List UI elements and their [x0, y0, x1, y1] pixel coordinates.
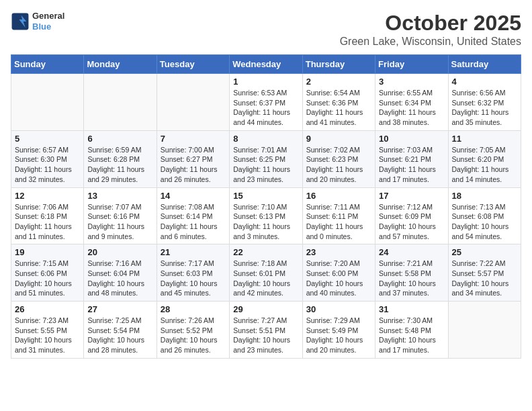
day-info: Sunrise: 7:18 AM Sunset: 6:01 PM Dayligh… [233, 259, 298, 298]
day-number: 5 [15, 134, 80, 144]
logo-text: General Blue [32, 11, 64, 32]
day-info: Sunrise: 7:05 AM Sunset: 6:20 PM Dayligh… [452, 145, 517, 185]
day-info: Sunrise: 7:30 AM Sunset: 5:48 PM Dayligh… [379, 316, 444, 355]
calendar-header-row: SundayMondayTuesdayWednesdayThursdayFrid… [11, 55, 521, 74]
calendar-cell [448, 302, 521, 359]
day-info: Sunrise: 7:02 AM Sunset: 6:23 PM Dayligh… [306, 145, 371, 185]
day-number: 18 [452, 191, 517, 201]
day-info: Sunrise: 7:07 AM Sunset: 6:16 PM Dayligh… [87, 202, 152, 242]
page-subtitle: Green Lake, Wisconsin, United States [340, 36, 521, 48]
calendar-cell: 15Sunrise: 7:10 AM Sunset: 6:13 PM Dayli… [230, 187, 302, 244]
day-info: Sunrise: 7:23 AM Sunset: 5:55 PM Dayligh… [15, 316, 80, 355]
calendar-cell: 14Sunrise: 7:08 AM Sunset: 6:14 PM Dayli… [157, 187, 229, 244]
calendar-cell: 23Sunrise: 7:20 AM Sunset: 6:00 PM Dayli… [302, 244, 375, 302]
day-number: 3 [379, 77, 444, 87]
day-number: 1 [233, 77, 298, 87]
day-number: 16 [306, 191, 371, 201]
calendar-cell: 18Sunrise: 7:13 AM Sunset: 6:08 PM Dayli… [448, 187, 521, 244]
day-info: Sunrise: 7:06 AM Sunset: 6:18 PM Dayligh… [15, 202, 80, 242]
day-info: Sunrise: 7:12 AM Sunset: 6:09 PM Dayligh… [379, 202, 444, 242]
day-info: Sunrise: 7:08 AM Sunset: 6:14 PM Dayligh… [161, 202, 226, 242]
day-info: Sunrise: 7:29 AM Sunset: 5:49 PM Dayligh… [306, 316, 371, 355]
day-number: 10 [379, 134, 444, 144]
calendar-cell: 16Sunrise: 7:11 AM Sunset: 6:11 PM Dayli… [302, 187, 375, 244]
calendar-cell [11, 74, 84, 131]
calendar-cell: 5Sunrise: 6:57 AM Sunset: 6:30 PM Daylig… [11, 130, 84, 187]
calendar-cell: 9Sunrise: 7:02 AM Sunset: 6:23 PM Daylig… [302, 130, 375, 187]
page-header: General Blue October 2025 Green Lake, Wi… [11, 11, 521, 48]
day-info: Sunrise: 7:10 AM Sunset: 6:13 PM Dayligh… [233, 202, 298, 242]
weekday-header: Wednesday [230, 55, 302, 74]
calendar-cell [84, 74, 157, 131]
calendar-cell: 13Sunrise: 7:07 AM Sunset: 6:16 PM Dayli… [84, 187, 157, 244]
day-info: Sunrise: 6:57 AM Sunset: 6:30 PM Dayligh… [15, 145, 80, 185]
calendar-cell: 22Sunrise: 7:18 AM Sunset: 6:01 PM Dayli… [230, 244, 302, 302]
day-number: 13 [87, 191, 152, 201]
day-info: Sunrise: 7:25 AM Sunset: 5:54 PM Dayligh… [87, 316, 152, 355]
title-block: October 2025 Green Lake, Wisconsin, Unit… [340, 11, 521, 48]
day-number: 17 [379, 191, 444, 201]
day-info: Sunrise: 7:27 AM Sunset: 5:51 PM Dayligh… [233, 316, 298, 355]
day-info: Sunrise: 6:56 AM Sunset: 6:32 PM Dayligh… [452, 88, 517, 128]
calendar-cell: 19Sunrise: 7:15 AM Sunset: 6:06 PM Dayli… [11, 244, 84, 302]
day-number: 14 [161, 191, 226, 201]
day-number: 4 [452, 77, 517, 87]
day-number: 19 [15, 247, 80, 257]
calendar-cell: 6Sunrise: 6:59 AM Sunset: 6:28 PM Daylig… [84, 130, 157, 187]
day-info: Sunrise: 7:22 AM Sunset: 5:57 PM Dayligh… [452, 259, 517, 298]
weekday-header: Saturday [448, 55, 521, 74]
day-info: Sunrise: 6:53 AM Sunset: 6:37 PM Dayligh… [233, 88, 298, 128]
day-number: 11 [452, 134, 517, 144]
logo: General Blue [11, 11, 64, 32]
logo-icon [11, 12, 30, 31]
day-info: Sunrise: 7:20 AM Sunset: 6:00 PM Dayligh… [306, 259, 371, 298]
day-number: 30 [306, 304, 371, 314]
day-number: 26 [15, 304, 80, 314]
calendar-cell: 31Sunrise: 7:30 AM Sunset: 5:48 PM Dayli… [375, 302, 448, 359]
calendar-cell: 30Sunrise: 7:29 AM Sunset: 5:49 PM Dayli… [302, 302, 375, 359]
calendar-cell: 7Sunrise: 7:00 AM Sunset: 6:27 PM Daylig… [157, 130, 229, 187]
calendar-cell: 27Sunrise: 7:25 AM Sunset: 5:54 PM Dayli… [84, 302, 157, 359]
calendar-cell: 1Sunrise: 6:53 AM Sunset: 6:37 PM Daylig… [230, 74, 302, 131]
page-title: October 2025 [340, 11, 521, 36]
day-number: 15 [233, 191, 298, 201]
calendar-cell: 29Sunrise: 7:27 AM Sunset: 5:51 PM Dayli… [230, 302, 302, 359]
calendar-cell: 12Sunrise: 7:06 AM Sunset: 6:18 PM Dayli… [11, 187, 84, 244]
calendar-cell: 2Sunrise: 6:54 AM Sunset: 6:36 PM Daylig… [302, 74, 375, 131]
day-number: 29 [233, 304, 298, 314]
weekday-header: Thursday [302, 55, 375, 74]
day-number: 7 [161, 134, 226, 144]
calendar-cell: 10Sunrise: 7:03 AM Sunset: 6:21 PM Dayli… [375, 130, 448, 187]
calendar-cell: 24Sunrise: 7:21 AM Sunset: 5:58 PM Dayli… [375, 244, 448, 302]
weekday-header: Tuesday [157, 55, 229, 74]
calendar-cell: 4Sunrise: 6:56 AM Sunset: 6:32 PM Daylig… [448, 74, 521, 131]
day-number: 22 [233, 247, 298, 257]
day-number: 27 [87, 304, 152, 314]
calendar-week-row: 19Sunrise: 7:15 AM Sunset: 6:06 PM Dayli… [11, 244, 521, 302]
day-number: 12 [15, 191, 80, 201]
day-info: Sunrise: 7:21 AM Sunset: 5:58 PM Dayligh… [379, 259, 444, 298]
day-number: 8 [233, 134, 298, 144]
weekday-header: Friday [375, 55, 448, 74]
calendar-cell: 3Sunrise: 6:55 AM Sunset: 6:34 PM Daylig… [375, 74, 448, 131]
day-info: Sunrise: 7:13 AM Sunset: 6:08 PM Dayligh… [452, 202, 517, 242]
day-number: 23 [306, 247, 371, 257]
calendar-cell: 26Sunrise: 7:23 AM Sunset: 5:55 PM Dayli… [11, 302, 84, 359]
day-info: Sunrise: 7:01 AM Sunset: 6:25 PM Dayligh… [233, 145, 298, 185]
weekday-header: Monday [84, 55, 157, 74]
day-info: Sunrise: 7:16 AM Sunset: 6:04 PM Dayligh… [87, 259, 152, 298]
calendar-week-row: 5Sunrise: 6:57 AM Sunset: 6:30 PM Daylig… [11, 130, 521, 187]
day-number: 24 [379, 247, 444, 257]
day-number: 25 [452, 247, 517, 257]
day-info: Sunrise: 7:15 AM Sunset: 6:06 PM Dayligh… [15, 259, 80, 298]
calendar-week-row: 12Sunrise: 7:06 AM Sunset: 6:18 PM Dayli… [11, 187, 521, 244]
calendar-cell: 17Sunrise: 7:12 AM Sunset: 6:09 PM Dayli… [375, 187, 448, 244]
calendar-table: SundayMondayTuesdayWednesdayThursdayFrid… [11, 54, 521, 359]
day-info: Sunrise: 7:03 AM Sunset: 6:21 PM Dayligh… [379, 145, 444, 185]
calendar-cell: 8Sunrise: 7:01 AM Sunset: 6:25 PM Daylig… [230, 130, 302, 187]
day-info: Sunrise: 6:55 AM Sunset: 6:34 PM Dayligh… [379, 88, 444, 128]
day-info: Sunrise: 6:59 AM Sunset: 6:28 PM Dayligh… [87, 145, 152, 185]
calendar-cell: 21Sunrise: 7:17 AM Sunset: 6:03 PM Dayli… [157, 244, 229, 302]
day-number: 21 [161, 247, 226, 257]
day-info: Sunrise: 6:54 AM Sunset: 6:36 PM Dayligh… [306, 88, 371, 128]
